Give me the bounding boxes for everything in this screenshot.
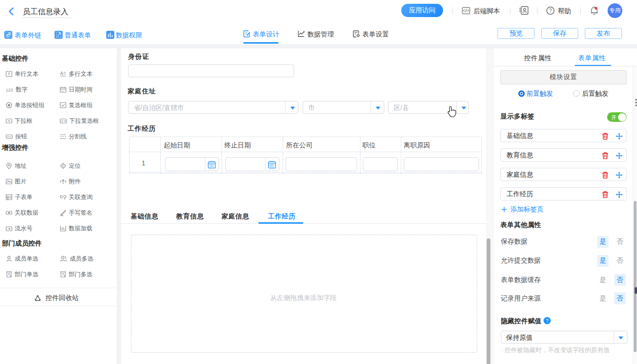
svg-text:123: 123 — [6, 88, 13, 92]
svg-text:?: ? — [549, 8, 552, 13]
svg-text:BTN: BTN — [7, 136, 11, 138]
